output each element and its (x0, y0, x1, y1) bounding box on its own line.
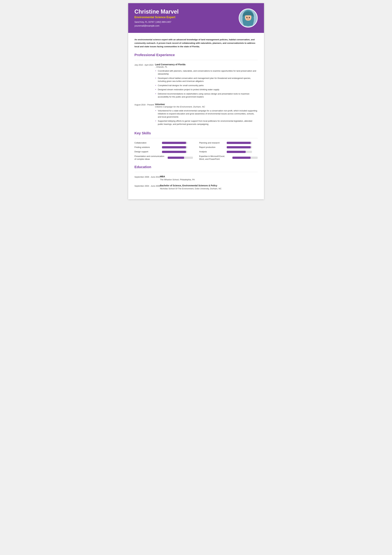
skill-row: Design support (135, 150, 193, 153)
resume-document: Christine Marvel Environmental Science E… (128, 3, 264, 199)
bullet-item: Supported lobbying efforts to garner sup… (155, 119, 258, 126)
skill-bar-fill (162, 151, 186, 153)
exp-org-1: Citizens Campaign for the Environment, D… (155, 106, 258, 108)
candidate-location: Sand Key, FL 33767 | (482) 889-2457 your… (135, 20, 179, 28)
skills-section: Key Skills CollaborationFinding solution… (135, 131, 258, 161)
skill-label: Analysis (199, 150, 224, 153)
svg-point-6 (249, 17, 250, 17)
experience-item-0: July 2010 - April 2023 Land Conservancy … (135, 63, 258, 100)
header-info: Christine Marvel Environmental Science E… (135, 8, 179, 28)
education-item-0: September 2008 - June 2010 MBA The Whart… (135, 175, 258, 181)
skill-bar-fill (227, 142, 251, 144)
skill-bar-background (162, 142, 187, 144)
skill-bar-background (162, 146, 187, 148)
edu-date-0: September 2008 - June 2010 (135, 175, 160, 181)
bullet-item: Volunteered for a state-wide environment… (155, 109, 258, 118)
skill-row: Report production (199, 146, 258, 149)
bullet-item: Coordinated with planners, naturalists, … (155, 69, 258, 75)
skill-row: Collaboration (135, 141, 193, 144)
edu-school-1: Nicholas School Of The Environment, Duke… (160, 187, 221, 190)
bullet-item: Designed stream restoration project to p… (155, 88, 258, 91)
exp-date-1: August 2016 - Present (135, 103, 155, 127)
skill-bar-fill (227, 146, 251, 148)
skills-divider (135, 138, 258, 138)
skill-label: Report production (199, 146, 224, 149)
edu-degree-0: MBA (160, 175, 195, 178)
skill-row: Presentation and communication of comple… (135, 155, 193, 161)
resume-header: Christine Marvel Environmental Science E… (128, 3, 264, 33)
candidate-name: Christine Marvel (135, 8, 179, 15)
skill-row: Finding solutions (135, 146, 193, 149)
education-section-title: Education (135, 165, 258, 169)
experience-section-title: Professional Experience (135, 53, 258, 57)
bullet-item: Completed trail designs for small commun… (155, 84, 258, 87)
skill-bar-fill (232, 157, 250, 159)
edu-content-1: Bachelor of Science, Environmental Scien… (160, 184, 221, 190)
exp-date-0: July 2010 - April 2023 (135, 63, 155, 100)
skills-left-column: CollaborationFinding solutionsDesign sup… (135, 141, 193, 161)
skill-label: Collaboration (135, 141, 160, 144)
svg-point-5 (247, 17, 248, 17)
exp-role-1: Volunteer (155, 103, 258, 106)
skill-bar-background (232, 157, 258, 159)
education-divider (135, 172, 258, 172)
skill-row: Planning and research (199, 141, 258, 144)
candidate-photo (239, 8, 258, 28)
skill-row: Expertise in Microsoft Excel, Word, and … (199, 155, 258, 161)
exp-role-0: Land Conservancy of Florida (155, 63, 258, 66)
edu-content-0: MBA The Wharton School, Philadelphia, PA (160, 175, 195, 181)
skill-bar-fill (227, 151, 246, 153)
exp-bullets-0: Coordinated with planners, naturalists, … (155, 69, 258, 98)
bullet-item: Delivered recommendations to stakeholder… (155, 92, 258, 98)
edu-degree-1: Bachelor of Science, Environmental Scien… (160, 184, 221, 187)
exp-org-0: , Orlando, FL (155, 66, 258, 68)
exp-content-1: Volunteer Citizens Campaign for the Envi… (155, 103, 258, 127)
bullet-item: Developed critical habitat conservation … (155, 77, 258, 83)
skill-label: Presentation and communication of comple… (135, 155, 165, 161)
skill-bar-background (162, 151, 187, 153)
experience-item-1: August 2016 - Present Volunteer Citizens… (135, 103, 258, 127)
education-item-1: September 2004 - June 2008 Bachelor of S… (135, 184, 258, 190)
education-section: Education September 2008 - June 2010 MBA… (135, 165, 258, 190)
skill-bar-fill (168, 157, 184, 159)
skills-section-title: Key Skills (135, 131, 258, 136)
exp-content-0: Land Conservancy of Florida , Orlando, F… (155, 63, 258, 100)
skill-label: Design support (135, 150, 160, 153)
skill-label: Planning and research (199, 141, 224, 144)
candidate-title: Environmental Science Expert (135, 16, 179, 19)
skill-label: Finding solutions (135, 146, 160, 149)
edu-school-0: The Wharton School, Philadelphia, PA (160, 178, 195, 181)
experience-section: Professional Experience July 2010 - Apri… (135, 53, 258, 127)
skill-label: Expertise in Microsoft Excel, Word, and … (199, 155, 230, 161)
summary-text: An environmental science expert with an … (135, 38, 258, 49)
skill-row: Analysis (199, 150, 258, 153)
skill-bar-background (227, 151, 252, 153)
skills-grid: CollaborationFinding solutionsDesign sup… (135, 141, 258, 161)
exp-bullets-1: Volunteered for a state-wide environment… (155, 109, 258, 126)
skill-bar-fill (162, 142, 186, 144)
skill-bar-background (227, 146, 252, 148)
skill-bar-background (168, 157, 193, 159)
resume-body: An environmental science expert with an … (128, 33, 264, 199)
skills-right-column: Planning and researchReport productionAn… (199, 141, 258, 161)
edu-date-1: September 2004 - June 2008 (135, 184, 160, 190)
skill-bar-fill (162, 146, 186, 148)
skill-bar-background (227, 142, 252, 144)
